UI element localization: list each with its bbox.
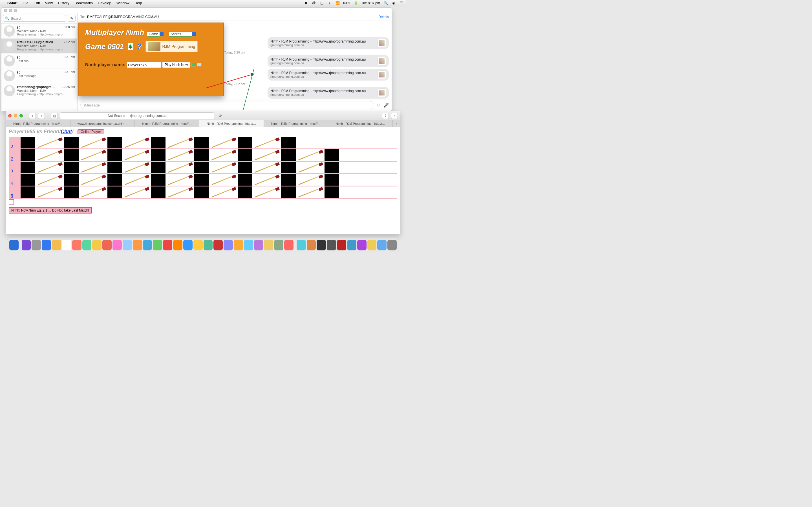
online-player-select[interactable]: Online Player xyxy=(78,129,104,134)
match-cell[interactable] xyxy=(79,186,107,198)
menu-edit[interactable]: Edit xyxy=(34,1,40,5)
match-cell[interactable] xyxy=(296,162,324,173)
match-cell[interactable] xyxy=(165,137,194,149)
safari-tab[interactable]: Nimh - RJM Programming - http://… xyxy=(135,120,199,127)
sidebar-button[interactable]: ▥ xyxy=(51,113,58,119)
conversation-item[interactable]: ( )10:31 amTest message xyxy=(1,68,77,83)
microphone-icon[interactable]: 🎤 xyxy=(383,103,389,108)
match-cell[interactable] xyxy=(35,149,64,161)
match-cell[interactable] xyxy=(165,162,194,173)
dock-app-icon[interactable] xyxy=(112,240,122,250)
match-cell[interactable] xyxy=(122,186,151,198)
blue-chip-icon[interactable] xyxy=(197,63,202,66)
match-cell[interactable] xyxy=(79,137,107,149)
reload-icon[interactable]: ⟳ xyxy=(216,113,224,119)
match-cell[interactable] xyxy=(296,174,324,186)
dock-app-icon[interactable] xyxy=(223,240,233,250)
match-cell[interactable] xyxy=(209,149,238,161)
match-cell[interactable] xyxy=(35,186,64,198)
message-link-card[interactable]: Nimh - RJM Programming - http://www.rjmp… xyxy=(267,55,389,67)
row-index[interactable]: 3 xyxy=(9,162,15,173)
match-cell[interactable] xyxy=(122,162,151,173)
dock-app-icon[interactable] xyxy=(143,240,152,250)
menubar-clock[interactable]: Tue 8:07 pm xyxy=(361,1,380,5)
row-index[interactable]: 4 xyxy=(9,174,15,186)
conversation-item[interactable]: ( )8:00 pmWebsite: Nimh - RJMProgramming… xyxy=(1,24,77,39)
menu-bookmarks[interactable]: Bookmarks xyxy=(74,1,93,5)
menu-window[interactable]: Window xyxy=(116,1,130,5)
message-link-card[interactable]: Nimh - RJM Programming - http://www.rjmp… xyxy=(267,37,389,49)
battery-percent[interactable]: 63% xyxy=(343,1,350,5)
dock-app-icon[interactable] xyxy=(244,240,253,250)
window-minimize-icon[interactable] xyxy=(14,114,17,117)
tabs-button[interactable]: ⑃ xyxy=(391,113,398,119)
safari-tab[interactable]: Nimh - RJM Programming - http://… xyxy=(264,120,328,127)
dock-app-icon[interactable] xyxy=(347,240,356,250)
dock-app-icon[interactable] xyxy=(274,240,283,250)
match-cell[interactable] xyxy=(79,162,107,173)
match-cell[interactable] xyxy=(209,186,238,198)
match-cell[interactable] xyxy=(35,162,64,173)
match-cell[interactable] xyxy=(296,149,324,161)
dock-app-icon[interactable] xyxy=(42,240,51,250)
match-cell[interactable] xyxy=(296,186,324,198)
match-cell[interactable] xyxy=(165,174,194,186)
notification-center-icon[interactable]: ☰ xyxy=(399,1,404,5)
play-nimh-button[interactable]: Play Nimh Now xyxy=(162,62,190,68)
match-cell[interactable] xyxy=(165,186,194,198)
dock-app-icon[interactable] xyxy=(254,240,263,250)
window-minimize-icon[interactable] xyxy=(9,9,12,12)
match-cell[interactable] xyxy=(252,174,281,186)
dock-app-icon[interactable] xyxy=(32,240,41,250)
message-link-card[interactable]: Nimh - RJM Programming - http://www.rjmp… xyxy=(267,87,389,99)
row-index[interactable]: 0 xyxy=(9,137,15,149)
safari-tab[interactable]: Nimh - RJM Programming - http://… xyxy=(328,120,393,127)
conversation-item[interactable]: rmetcalfe@rjmprogra…10:26 amWebsite: Nim… xyxy=(1,83,77,98)
airplay-icon[interactable]: ▢ xyxy=(319,1,324,5)
message-input[interactable]: iMessage xyxy=(80,101,374,109)
siri-icon[interactable]: ◉ xyxy=(391,1,396,5)
safari-tab[interactable]: Nimh - RJM Programming - http://… xyxy=(6,120,70,127)
details-link[interactable]: Details xyxy=(378,15,389,19)
match-cell[interactable] xyxy=(209,162,238,173)
menu-file[interactable]: File xyxy=(22,1,29,5)
share-button[interactable]: ⇪ xyxy=(382,113,389,119)
match-cell[interactable] xyxy=(252,162,281,173)
dock-app-icon[interactable] xyxy=(337,240,346,250)
match-cell[interactable] xyxy=(209,137,238,149)
match-cell[interactable] xyxy=(35,137,64,149)
green-chip-icon[interactable] xyxy=(192,63,196,66)
dock-app-icon[interactable] xyxy=(327,240,336,250)
match-cell[interactable] xyxy=(122,149,151,161)
dock-app-icon[interactable] xyxy=(123,240,132,250)
address-bar[interactable]: Not Secure — rjmprogramming.com.au xyxy=(60,112,214,119)
dock-app-icon[interactable] xyxy=(234,240,243,250)
dock-app-icon[interactable] xyxy=(213,240,223,250)
avast-icon[interactable]: ✸ xyxy=(304,1,308,5)
dock-app-icon[interactable] xyxy=(204,240,213,250)
new-tab-button[interactable]: + xyxy=(393,120,400,127)
window-zoom-icon[interactable] xyxy=(14,9,17,12)
dock-app-icon[interactable] xyxy=(173,240,183,250)
match-cell[interactable] xyxy=(209,174,238,186)
dock-app-icon[interactable] xyxy=(377,240,387,250)
safari-tab[interactable]: Nimh - RJM Programming - http://… xyxy=(199,120,264,127)
search-input[interactable]: 🔍 Search xyxy=(3,15,66,22)
match-cell[interactable] xyxy=(79,174,107,186)
emoji-icon[interactable]: ☺ xyxy=(376,103,381,108)
dock-app-icon[interactable] xyxy=(62,240,71,250)
scores-select[interactable]: Scores xyxy=(168,32,192,37)
dock-app-icon[interactable] xyxy=(92,240,101,250)
row-index[interactable]: 2 xyxy=(9,149,15,161)
match-cell[interactable] xyxy=(122,137,151,149)
match-cell[interactable] xyxy=(252,186,281,198)
menu-develop[interactable]: Develop xyxy=(98,1,111,5)
dock-app-icon[interactable] xyxy=(367,240,377,250)
tree-icon[interactable]: 🌲 xyxy=(128,43,133,50)
dock-app-icon[interactable] xyxy=(388,240,397,250)
dock-app-icon[interactable] xyxy=(357,240,366,250)
malware-icon[interactable]: Ⓜ xyxy=(312,1,316,5)
dock-app-icon[interactable] xyxy=(284,240,294,250)
safari-tab[interactable]: www.rjmprogramming.com.au/nim… xyxy=(70,120,135,127)
menu-view[interactable]: View xyxy=(45,1,53,5)
